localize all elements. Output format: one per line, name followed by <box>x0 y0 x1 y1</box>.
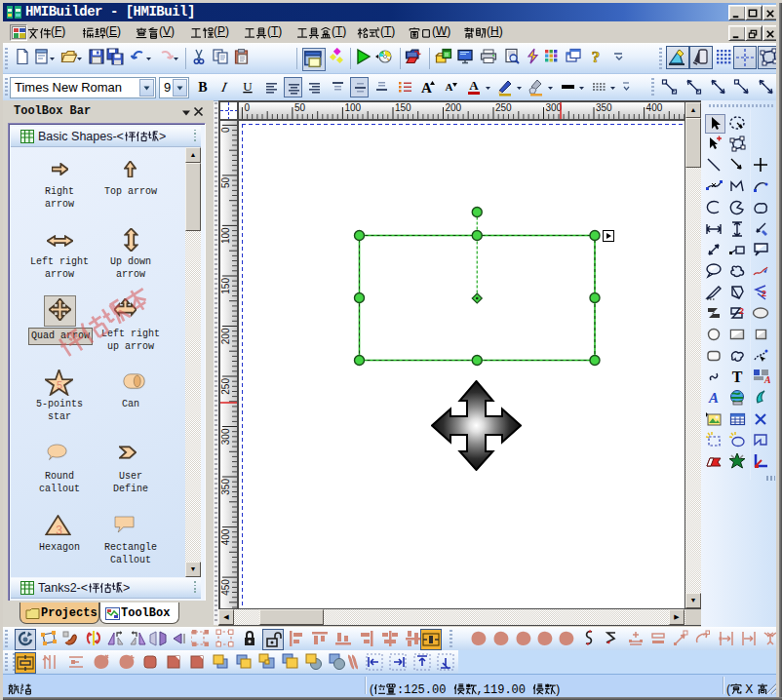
svg-text:B: B <box>198 80 207 95</box>
svg-text:2: 2 <box>762 289 766 298</box>
svg-text:250: 250 <box>220 378 231 395</box>
svg-text:A: A <box>469 78 479 93</box>
svg-text:?: ? <box>592 48 601 65</box>
svg-text:A: A <box>763 374 770 385</box>
svg-text:I: I <box>219 79 229 95</box>
svg-text:T: T <box>732 369 743 385</box>
svg-text:350: 350 <box>220 479 231 495</box>
svg-text:50: 50 <box>294 102 306 113</box>
svg-text:200: 200 <box>220 328 231 344</box>
svg-text:50: 50 <box>220 176 231 188</box>
svg-text:U: U <box>243 79 253 94</box>
svg-text:200: 200 <box>446 102 462 113</box>
svg-text:150: 150 <box>220 278 231 294</box>
svg-text:A: A <box>446 81 453 93</box>
svg-text:300: 300 <box>220 428 231 445</box>
svg-text:0: 0 <box>244 102 250 113</box>
svg-text:250: 250 <box>495 102 512 113</box>
svg-text:A: A <box>708 390 719 406</box>
svg-text:2: 2 <box>739 306 744 316</box>
svg-text:100: 100 <box>220 227 231 244</box>
svg-text:150: 150 <box>395 102 411 113</box>
svg-text:400: 400 <box>646 102 663 113</box>
svg-text:300: 300 <box>546 102 563 113</box>
svg-text:A: A <box>421 80 432 96</box>
svg-text:100: 100 <box>344 102 361 113</box>
svg-text:450: 450 <box>220 579 231 596</box>
svg-text:400: 400 <box>220 528 231 545</box>
svg-text:0: 0 <box>220 127 231 133</box>
svg-text:350: 350 <box>596 102 612 113</box>
svg-text:3: 3 <box>56 524 62 535</box>
